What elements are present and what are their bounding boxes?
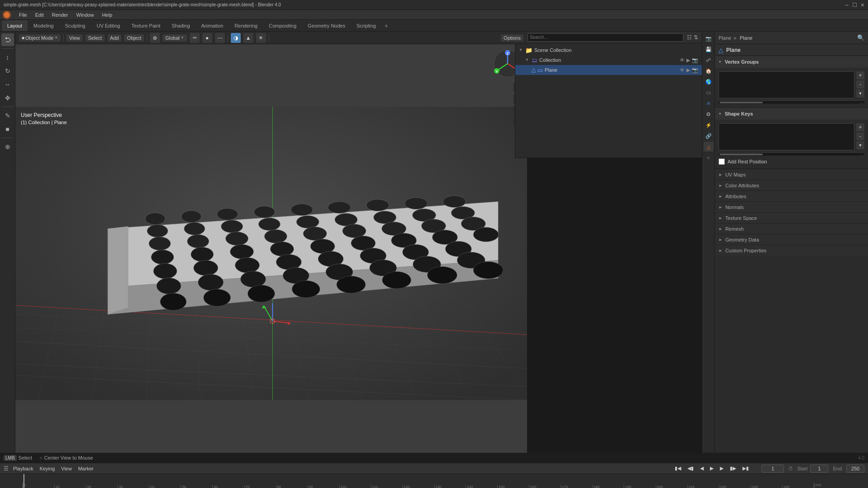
object-mode-selector[interactable]: ■ Object Mode ▼ bbox=[19, 34, 61, 42]
prop-icon-constraints[interactable]: 🔗 bbox=[704, 131, 714, 141]
normals-section[interactable]: ► Normals bbox=[715, 201, 868, 212]
texture-space-section[interactable]: ► Texture Space bbox=[715, 212, 868, 223]
options-btn[interactable]: Options bbox=[501, 34, 523, 42]
timeline-marker-btn[interactable]: Marker bbox=[76, 465, 95, 472]
close-btn[interactable]: × bbox=[861, 1, 864, 9]
collection-eye-icon[interactable]: 👁 bbox=[680, 57, 685, 63]
tool-measure[interactable]: ■ bbox=[1, 123, 14, 135]
outliner-row-plane[interactable]: △ ▭ Plane 👁 ▶ 📷 bbox=[515, 65, 702, 75]
jump-end-btn[interactable]: ▶▮ bbox=[741, 465, 751, 472]
prop-icon-scene[interactable]: 🏠 bbox=[704, 66, 714, 76]
workspace-tab-uv-editing[interactable]: UV Editing bbox=[91, 20, 126, 31]
timeline-playback-btn[interactable]: Playback bbox=[11, 465, 35, 472]
prev-keyframe-btn[interactable]: ◀▮ bbox=[686, 465, 695, 472]
prop-icon-particles[interactable]: ❂ bbox=[704, 109, 714, 119]
outliner-sync-icon[interactable]: ⇅ bbox=[694, 34, 698, 41]
breadcrumb-item-1[interactable]: Plane bbox=[719, 35, 731, 41]
prop-icon-object-data[interactable]: △ bbox=[704, 142, 714, 152]
plane-render-icon[interactable]: 📷 bbox=[692, 67, 698, 73]
tool-scale[interactable]: ↔ bbox=[1, 78, 14, 91]
end-frame-display[interactable]: 250 bbox=[846, 465, 864, 473]
menu-window[interactable]: Window bbox=[73, 11, 98, 19]
color-attributes-section[interactable]: ► Color Attributes bbox=[715, 180, 868, 191]
view-menu-btn[interactable]: View bbox=[66, 34, 83, 42]
workspace-tab-layout[interactable]: Layout bbox=[2, 20, 28, 31]
prev-frame-btn[interactable]: ◀ bbox=[698, 465, 705, 472]
viewport-shading-material[interactable]: ▲ bbox=[243, 33, 253, 43]
tool-transform[interactable]: ✥ bbox=[1, 92, 14, 104]
vertex-group-arrow-btn[interactable]: ▼ bbox=[856, 89, 864, 98]
vertex-group-add-btn[interactable]: + bbox=[856, 71, 864, 79]
timeline-keying-btn[interactable]: Keying bbox=[38, 465, 57, 472]
geometry-data-section[interactable]: ► Geometry Data bbox=[715, 234, 868, 245]
add-menu-btn[interactable]: Add bbox=[107, 34, 122, 42]
shape-keys-header[interactable]: ► Shape Keys bbox=[715, 108, 868, 120]
uv-maps-section[interactable]: ► UV Maps bbox=[715, 169, 868, 180]
menu-help[interactable]: Help bbox=[98, 11, 116, 19]
attributes-section[interactable]: ► Attributes bbox=[715, 191, 868, 201]
remesh-section[interactable]: ► Remesh bbox=[715, 223, 868, 234]
prop-icon-material[interactable]: ○ bbox=[704, 153, 714, 163]
select-menu-btn[interactable]: Select bbox=[85, 34, 105, 42]
maximize-btn[interactable]: ☐ bbox=[852, 2, 857, 8]
next-keyframe-btn[interactable]: ▮▶ bbox=[728, 465, 738, 472]
workspace-tab-rendering[interactable]: Rendering bbox=[229, 20, 263, 31]
workspace-tab-compositing[interactable]: Compositing bbox=[263, 20, 302, 31]
shape-key-remove-btn[interactable]: - bbox=[856, 132, 864, 140]
workspace-tab-modeling[interactable]: Modeling bbox=[28, 20, 59, 31]
shape-key-arrow-btn[interactable]: ▼ bbox=[856, 141, 864, 149]
add-rest-position-checkbox[interactable] bbox=[719, 158, 725, 165]
tool-move[interactable]: ↕ bbox=[1, 51, 14, 64]
vertex-group-remove-btn[interactable]: - bbox=[856, 80, 864, 88]
prop-icon-object[interactable]: ⬭ bbox=[704, 88, 714, 98]
snap-icon[interactable]: ⚰ bbox=[190, 33, 200, 43]
timeline-view-btn[interactable]: View bbox=[59, 465, 74, 472]
prop-icon-render[interactable]: 📷 bbox=[704, 33, 714, 43]
plane-eye-icon[interactable]: 👁 bbox=[680, 67, 685, 73]
shape-key-add-btn[interactable]: + bbox=[856, 123, 864, 131]
tool-select[interactable]: ⮌ bbox=[1, 33, 14, 46]
play-btn[interactable]: ▶ bbox=[708, 465, 715, 472]
custom-properties-section[interactable]: ► Custom Properties bbox=[715, 245, 868, 256]
workspace-tab-texture-paint[interactable]: Texture Paint bbox=[126, 20, 166, 31]
menu-file[interactable]: File bbox=[15, 11, 31, 19]
workspace-tab-animation[interactable]: Animation bbox=[196, 20, 229, 31]
global-transform-selector[interactable]: Global ▼ bbox=[163, 34, 187, 42]
jump-start-btn[interactable]: ▮◀ bbox=[673, 465, 683, 472]
tool-add-cube[interactable]: ⊕ bbox=[1, 140, 14, 153]
shape-keys-scrollbar[interactable]: ... bbox=[719, 152, 864, 156]
collection-render-icon[interactable]: 📷 bbox=[692, 57, 698, 63]
menu-edit[interactable]: Edit bbox=[32, 11, 47, 19]
timeline-content[interactable]: 1 10 20 30 40 50 60 70 80 90 100 110 120… bbox=[0, 474, 868, 488]
workspace-tab-geometry-nodes[interactable]: Geometry Nodes bbox=[302, 20, 350, 31]
minimize-btn[interactable]: − bbox=[845, 1, 849, 9]
prop-icon-physics[interactable]: ⚡ bbox=[704, 120, 714, 130]
current-frame-display[interactable]: 1 bbox=[761, 465, 784, 473]
snap-target-icon[interactable]: ⸻ bbox=[215, 33, 225, 43]
object-menu-btn[interactable]: Object bbox=[124, 34, 144, 42]
prop-icon-view-layer[interactable]: ☍ bbox=[704, 55, 714, 65]
viewport-icon-1[interactable]: ⊕ bbox=[150, 33, 160, 43]
proportional-edit-icon[interactable]: ● bbox=[202, 33, 212, 43]
workspace-tab-sculpting[interactable]: Sculpting bbox=[60, 20, 91, 31]
prop-icon-world[interactable]: 🌎 bbox=[704, 77, 714, 87]
blender-icon[interactable] bbox=[2, 10, 12, 20]
collection-select-icon[interactable]: ▶ bbox=[686, 57, 690, 63]
outliner-row-scene-collection[interactable]: ▼ 📁 Scene Collection bbox=[515, 45, 702, 55]
outliner-filter-icon[interactable]: ☷ bbox=[687, 34, 692, 41]
start-frame-display[interactable]: 1 bbox=[810, 465, 828, 473]
vertex-groups-header[interactable]: ► Vertex Groups bbox=[715, 56, 868, 68]
tool-annotate[interactable]: ✎ bbox=[1, 109, 14, 122]
prop-icon-output[interactable]: 💾 bbox=[704, 44, 714, 54]
prop-icon-modifier[interactable]: ⚛ bbox=[704, 98, 714, 108]
menu-render[interactable]: Render bbox=[48, 11, 72, 19]
workspace-tab-add[interactable]: + bbox=[382, 21, 391, 30]
vertex-groups-scrollbar[interactable]: ... bbox=[719, 100, 864, 104]
workspace-tab-scripting[interactable]: Scripting bbox=[351, 20, 381, 31]
viewport-shading-render[interactable]: ☀ bbox=[256, 33, 266, 43]
workspace-tab-shading[interactable]: Shading bbox=[166, 20, 195, 31]
outliner-row-collection[interactable]: ▼ 🗂 Collection 👁 ▶ 📷 bbox=[515, 55, 702, 65]
next-frame-btn[interactable]: ▶ bbox=[718, 465, 725, 472]
3d-viewport[interactable]: User Perspective (1) Collection | Plane … bbox=[15, 44, 527, 463]
plane-cursor-icon[interactable]: ▶ bbox=[686, 67, 690, 73]
